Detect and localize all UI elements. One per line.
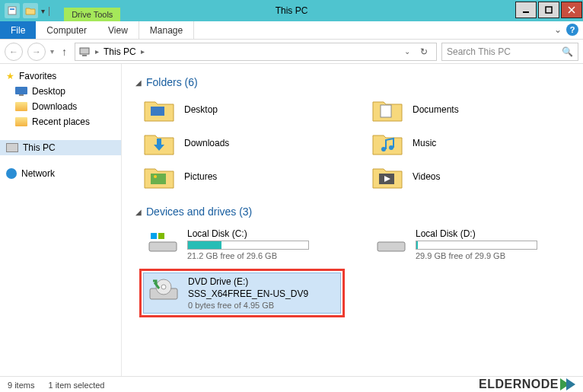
tab-computer[interactable]: Computer — [36, 21, 97, 39]
group-label: Devices and drives (3) — [146, 206, 252, 218]
svg-rect-9 — [19, 94, 24, 96]
tab-view[interactable]: View — [97, 21, 139, 39]
item-count: 9 items — [8, 381, 34, 390]
folders-group-header[interactable]: ◢ Folders (6) — [135, 76, 569, 88]
properties-icon[interactable] — [5, 3, 20, 18]
address-bar[interactable]: ▸ This PC ▸ ⌄ ↻ — [75, 43, 437, 61]
recent-locations-icon[interactable]: ▾ — [50, 47, 54, 56]
selection-count: 1 item selected — [48, 381, 104, 390]
search-icon: 🔍 — [562, 46, 573, 57]
svg-rect-18 — [151, 233, 157, 239]
folder-music[interactable]: Music — [371, 129, 569, 157]
star-icon: ★ — [6, 71, 14, 81]
folder-videos[interactable]: Videos — [371, 163, 569, 190]
collapse-icon[interactable]: ◢ — [135, 78, 142, 87]
folder-icon — [143, 129, 175, 157]
forward-button[interactable]: → — [27, 43, 46, 61]
folder-pictures[interactable]: Pictures — [143, 163, 341, 190]
drive-capacity-bar — [187, 241, 309, 250]
folder-label: Videos — [413, 171, 440, 182]
main-pane: ◢ Folders (6) Desktop Documents Download… — [122, 64, 583, 376]
ribbon: File Computer View Manage ⌄ ? — [0, 21, 583, 40]
sidebar-item-label: This PC — [23, 142, 56, 153]
drive-tools-header: Drive Tools — [64, 8, 120, 21]
titlebar: ▾ | Drive Tools This PC — [0, 0, 583, 21]
folder-icon — [143, 163, 175, 190]
favorites-label: Favorites — [19, 71, 56, 81]
sidebar-item-label: Desktop — [32, 86, 65, 97]
minimize-button[interactable] — [515, 2, 537, 18]
sidebar-item-downloads[interactable]: Downloads — [0, 99, 121, 114]
refresh-icon[interactable]: ↻ — [415, 43, 433, 61]
svg-rect-19 — [158, 233, 164, 239]
chevron-right-icon[interactable]: ▸ — [95, 47, 99, 56]
back-button[interactable]: ← — [5, 43, 23, 61]
folder-downloads[interactable]: Downloads — [143, 129, 341, 157]
folder-icon — [371, 129, 403, 157]
pc-icon — [6, 143, 18, 152]
search-placeholder: Search This PC — [447, 46, 511, 57]
watermark-text: ELDERNODE — [479, 378, 559, 391]
drive-name: DVD Drive (E:) — [188, 276, 308, 287]
drive-local-d[interactable]: Local Disk (D:) 29.9 GB free of 29.9 GB — [371, 225, 569, 263]
svg-point-15 — [154, 175, 157, 178]
folder-desktop[interactable]: Desktop — [143, 96, 341, 123]
search-input[interactable]: Search This PC 🔍 — [441, 43, 578, 61]
file-tab[interactable]: File — [0, 21, 36, 39]
drive-name: Local Disk (C:) — [187, 228, 309, 239]
up-button[interactable]: ↑ — [59, 46, 70, 58]
svg-rect-10 — [151, 107, 164, 116]
tab-manage[interactable]: Manage — [139, 21, 194, 39]
drive-icon — [374, 228, 408, 256]
expand-ribbon-icon[interactable]: ⌄ — [554, 24, 562, 35]
qat-dropdown-icon[interactable]: ▾ — [41, 7, 45, 15]
svg-rect-3 — [546, 7, 552, 13]
sidebar-item-recent[interactable]: Recent places — [0, 114, 121, 129]
sidebar-item-label: Recent places — [32, 116, 90, 127]
sidebar-item-desktop[interactable]: Desktop — [0, 84, 121, 99]
sidebar-favorites[interactable]: ★ Favorites — [0, 69, 121, 84]
breadcrumb-root[interactable]: This PC — [104, 46, 136, 57]
dvd-drive-icon — [147, 276, 180, 304]
sidebar-thispc[interactable]: This PC — [0, 140, 121, 155]
folder-icon — [15, 117, 27, 126]
drive-local-c[interactable]: Local Disk (C:) 21.2 GB free of 29.6 GB — [143, 225, 341, 263]
folder-icon — [143, 96, 175, 123]
folder-icon — [371, 163, 403, 190]
collapse-icon[interactable]: ◢ — [135, 208, 142, 216]
folder-label: Desktop — [184, 104, 218, 115]
drive-icon — [146, 228, 180, 256]
folder-icon — [15, 102, 27, 111]
pc-icon — [78, 46, 91, 58]
folder-documents[interactable]: Documents — [371, 96, 569, 123]
drive-name: Local Disk (D:) — [416, 228, 537, 239]
maximize-button[interactable] — [538, 2, 559, 18]
network-icon — [6, 168, 17, 179]
svg-rect-7 — [82, 55, 87, 56]
help-icon[interactable]: ? — [566, 24, 578, 36]
address-dropdown-icon[interactable]: ⌄ — [404, 47, 410, 56]
drive-free: 0 bytes free of 4.95 GB — [188, 301, 308, 310]
group-label: Folders (6) — [146, 76, 198, 88]
sidebar-item-label: Downloads — [32, 101, 77, 112]
folder-label: Music — [413, 138, 436, 148]
svg-rect-11 — [381, 105, 391, 117]
close-button[interactable] — [561, 2, 582, 18]
folder-label: Pictures — [184, 171, 217, 182]
sidebar-network[interactable]: Network — [0, 166, 121, 181]
chevron-right-icon[interactable]: ▸ — [141, 47, 145, 56]
drives-group-header[interactable]: ◢ Devices and drives (3) — [135, 206, 569, 218]
play-icon — [566, 378, 575, 390]
status-bar: 9 items 1 item selected ELDERNODE — [0, 376, 583, 392]
new-folder-icon[interactable] — [23, 3, 38, 18]
svg-rect-6 — [80, 48, 89, 54]
folder-label: Downloads — [184, 138, 229, 148]
svg-rect-1 — [10, 8, 14, 10]
sidebar-item-label: Network — [21, 168, 55, 179]
drive-free: 21.2 GB free of 29.6 GB — [187, 251, 309, 260]
svg-rect-0 — [8, 7, 16, 14]
navigation-pane: ★ Favorites Desktop Downloads Recent pla… — [0, 64, 122, 376]
window-title: This PC — [276, 5, 308, 16]
svg-rect-14 — [151, 174, 166, 184]
drive-dvd-e[interactable]: DVD Drive (E:) SSS_X64FREE_EN-US_DV9 0 b… — [143, 272, 341, 314]
